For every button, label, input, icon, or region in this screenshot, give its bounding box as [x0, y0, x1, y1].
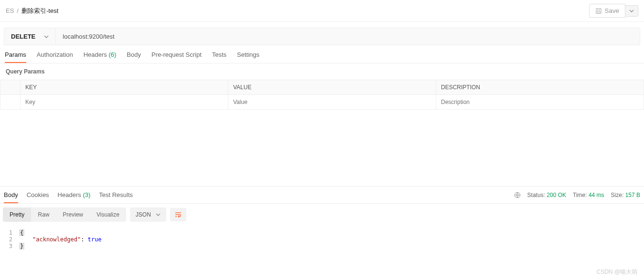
status-value: 200 OK — [547, 192, 566, 198]
status-block[interactable]: Status: 200 OK — [527, 192, 566, 198]
tab-params[interactable]: Params — [5, 51, 26, 63]
col-check — [0, 80, 21, 95]
chevron-down-icon — [156, 212, 161, 217]
query-params-title: Query Params — [0, 63, 644, 80]
tab-prerequest[interactable]: Pre-request Script — [151, 51, 202, 63]
format-label: JSON — [136, 211, 151, 218]
response-meta: Status: 200 OK Time: 44 ms Size: 157 B — [514, 192, 644, 198]
params-table: KEY VALUE DESCRIPTION — [0, 80, 644, 110]
size-label: Size: — [611, 192, 624, 198]
chevron-down-icon — [629, 9, 634, 13]
save-icon — [595, 8, 602, 14]
response-toolbar: Pretty Raw Preview Visualize JSON — [0, 203, 644, 226]
resp-tab-test-results[interactable]: Test Results — [99, 191, 133, 203]
tab-settings[interactable]: Settings — [237, 51, 259, 63]
tab-headers[interactable]: Headers (6) — [84, 51, 117, 63]
resp-tab-headers-count: (3) — [83, 191, 90, 198]
tab-body[interactable]: Body — [127, 51, 141, 63]
cell-check[interactable] — [0, 95, 21, 110]
status-label: Status: — [527, 192, 545, 198]
save-button[interactable]: Save — [589, 4, 625, 18]
request-tabs: Params Authorization Headers (6) Body Pr… — [0, 45, 644, 63]
breadcrumb: ES / 删除索引-test — [6, 7, 58, 15]
time-label: Time: — [573, 192, 587, 198]
value-input[interactable] — [233, 99, 431, 105]
method-label: DELETE — [11, 33, 35, 40]
svg-rect-0 — [596, 8, 601, 13]
breadcrumb-workspace[interactable]: ES — [6, 7, 14, 14]
view-mode-group: Pretty Raw Preview Visualize — [3, 207, 126, 222]
size-block[interactable]: Size: 157 B — [611, 192, 640, 198]
save-label: Save — [605, 7, 619, 14]
table-row — [0, 95, 644, 110]
save-dropdown-button[interactable] — [625, 5, 638, 17]
resp-tab-headers[interactable]: Headers (3) — [58, 191, 91, 203]
breadcrumb-separator: / — [17, 7, 19, 14]
request-bar: DELETE — [4, 28, 640, 45]
wrap-lines-button[interactable] — [170, 208, 186, 221]
code-line: 3 } — [0, 243, 644, 249]
resp-tab-body[interactable]: Body — [4, 191, 18, 203]
tab-authorization[interactable]: Authorization — [37, 51, 73, 63]
view-pretty[interactable]: Pretty — [3, 207, 31, 222]
response-tabs: Body Cookies Headers (3) Test Results — [0, 187, 137, 203]
chevron-down-icon — [44, 34, 49, 39]
tab-tests[interactable]: Tests — [212, 51, 226, 63]
url-input[interactable] — [56, 28, 640, 45]
view-raw[interactable]: Raw — [31, 207, 56, 222]
wrap-icon — [174, 211, 182, 218]
time-block[interactable]: Time: 44 ms — [573, 192, 604, 198]
col-key: KEY — [21, 80, 228, 95]
method-select[interactable]: DELETE — [4, 28, 56, 45]
time-value: 44 ms — [589, 192, 604, 198]
line-number: 3 — [0, 243, 19, 249]
resp-tab-headers-label: Headers — [58, 191, 81, 198]
line-number: 2 — [0, 236, 19, 243]
tab-headers-label: Headers — [84, 51, 107, 58]
breadcrumb-title[interactable]: 删除索引-test — [21, 7, 58, 15]
view-visualize[interactable]: Visualize — [90, 207, 126, 222]
response-body[interactable]: 1 { 2 "acknowledged": true 3 } — [0, 226, 644, 253]
view-preview[interactable]: Preview — [56, 207, 90, 222]
svg-rect-1 — [597, 11, 600, 13]
line-number: 1 — [0, 229, 19, 236]
key-input[interactable] — [25, 99, 223, 105]
globe-icon[interactable] — [514, 192, 521, 198]
format-select[interactable]: JSON — [130, 207, 166, 222]
tab-headers-count: (6) — [108, 51, 116, 58]
resp-tab-cookies[interactable]: Cookies — [27, 191, 49, 203]
col-value: VALUE — [228, 80, 436, 95]
col-description: DESCRIPTION — [436, 80, 644, 95]
code-line: 1 { — [0, 229, 644, 236]
description-input[interactable] — [441, 99, 639, 105]
size-value: 157 B — [625, 192, 640, 198]
code-line: 2 "acknowledged": true — [0, 236, 644, 243]
